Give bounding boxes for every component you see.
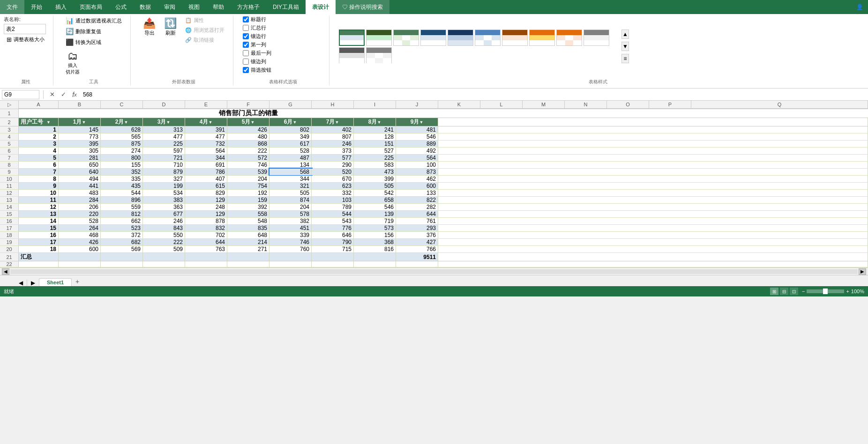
cell-I7[interactable]: 225: [354, 155, 396, 161]
col-i[interactable]: I: [354, 101, 396, 109]
cell-G14[interactable]: 204: [269, 204, 312, 210]
cell-J11[interactable]: 600: [396, 183, 438, 189]
cell-B4[interactable]: 773: [59, 133, 101, 140]
cell-C14[interactable]: 559: [101, 204, 143, 210]
table-style-12[interactable]: [366, 47, 392, 63]
row-header-21[interactable]: 21: [0, 253, 19, 261]
cell-reference[interactable]: [2, 90, 39, 99]
pivot-table-btn[interactable]: 📊 通过数据透视表汇总: [63, 16, 125, 25]
cell-E7[interactable]: 344: [185, 155, 227, 161]
zoom-slider[interactable]: [807, 289, 844, 293]
cell-J12[interactable]: 133: [396, 190, 438, 196]
cell-g2[interactable]: 6月 ▼: [269, 118, 312, 126]
cell-C4[interactable]: 565: [101, 133, 143, 140]
cell-C16[interactable]: 662: [101, 218, 143, 224]
cell-F13[interactable]: 159: [227, 197, 269, 203]
cell-b22[interactable]: [59, 261, 101, 267]
cell-f22[interactable]: [227, 261, 269, 267]
cell-B18[interactable]: 468: [59, 232, 101, 238]
cell-F4[interactable]: 480: [227, 133, 269, 140]
scroll-right[interactable]: ▶: [859, 268, 866, 275]
cell-C9[interactable]: 352: [101, 169, 143, 175]
cell-E11[interactable]: 615: [185, 183, 227, 189]
cell-I16[interactable]: 719: [354, 218, 396, 224]
cell-F3[interactable]: 426: [227, 126, 269, 133]
row-header-22[interactable]: 22: [0, 261, 19, 267]
cell-A17[interactable]: 15: [19, 225, 59, 231]
cell-E8[interactable]: 691: [185, 162, 227, 168]
cell-h21[interactable]: [312, 253, 354, 261]
function-btn[interactable]: fx: [70, 90, 79, 99]
styles-more[interactable]: ≡: [621, 54, 629, 63]
cell-I4[interactable]: 128: [354, 133, 396, 140]
row-header-2[interactable]: 2: [0, 118, 19, 126]
tab-help[interactable]: 帮助: [206, 0, 231, 14]
cell-E3[interactable]: 391: [185, 126, 227, 133]
select-all-btn[interactable]: ▷: [0, 101, 18, 109]
row-header-5[interactable]: 5: [0, 141, 19, 147]
cell-E13[interactable]: 129: [185, 197, 227, 203]
cell-B8[interactable]: 650: [59, 162, 101, 168]
col-k[interactable]: K: [438, 101, 480, 109]
cell-G9[interactable]: 568: [269, 169, 312, 175]
cell-G4[interactable]: 349: [269, 133, 312, 140]
cell-H4[interactable]: 807: [312, 133, 354, 140]
cell-I11[interactable]: 505: [354, 183, 396, 189]
page-break-btn[interactable]: ⊡: [790, 288, 798, 295]
cell-A20[interactable]: 18: [19, 246, 59, 252]
cell-H13[interactable]: 103: [312, 197, 354, 203]
cell-J4[interactable]: 546: [396, 133, 438, 140]
cell-b2[interactable]: 1月 ▼: [59, 118, 101, 126]
table-style-5[interactable]: [448, 30, 473, 46]
tab-review[interactable]: 审阅: [157, 0, 182, 14]
cell-D5[interactable]: 225: [143, 141, 185, 147]
cell-C3[interactable]: 628: [101, 126, 143, 133]
properties-btn[interactable]: 📋属性: [182, 16, 227, 25]
cell-J14[interactable]: 282: [396, 204, 438, 210]
cell-H5[interactable]: 246: [312, 141, 354, 147]
cell-H19[interactable]: 790: [312, 239, 354, 245]
cell-B5[interactable]: 395: [59, 141, 101, 147]
cell-H6[interactable]: 373: [312, 148, 354, 154]
cell-E12[interactable]: 829: [185, 190, 227, 196]
row-header-13[interactable]: 13: [0, 197, 19, 203]
cell-H17[interactable]: 776: [312, 225, 354, 231]
cell-a1[interactable]: [19, 109, 59, 118]
col-c[interactable]: C: [101, 101, 143, 109]
tab-start[interactable]: 开始: [24, 0, 49, 14]
cell-E15[interactable]: 129: [185, 211, 227, 217]
cell-H3[interactable]: 402: [312, 126, 354, 133]
cell-I20[interactable]: 816: [354, 246, 396, 252]
cell-e22[interactable]: [185, 261, 227, 267]
cell-A10[interactable]: 8: [19, 176, 59, 182]
cell-I17[interactable]: 573: [354, 225, 396, 231]
tab-file[interactable]: 文件: [0, 0, 24, 14]
cell-C8[interactable]: 155: [101, 162, 143, 168]
cell-G11[interactable]: 321: [269, 183, 312, 189]
tab-insert[interactable]: 插入: [49, 0, 73, 14]
cell-B3[interactable]: 145: [59, 126, 101, 133]
cell-F17[interactable]: 835: [227, 225, 269, 231]
cell-E6[interactable]: 564: [185, 148, 227, 154]
cell-G16[interactable]: 382: [269, 218, 312, 224]
table-style-7[interactable]: [502, 30, 528, 46]
cell-J10[interactable]: 462: [396, 176, 438, 182]
row-header-11[interactable]: 11: [0, 183, 19, 189]
col-q[interactable]: Q: [691, 101, 868, 109]
cell-I15[interactable]: 139: [354, 211, 396, 217]
cell-G6[interactable]: 528: [269, 148, 312, 154]
cell-F18[interactable]: 648: [227, 232, 269, 238]
cell-C5[interactable]: 875: [101, 141, 143, 147]
col-h[interactable]: H: [312, 101, 354, 109]
cell-I10[interactable]: 399: [354, 176, 396, 182]
cell-c21[interactable]: [101, 253, 143, 261]
cell-D17[interactable]: 843: [143, 225, 185, 231]
cell-A11[interactable]: 9: [19, 183, 59, 189]
horizontal-scrollbar[interactable]: [10, 269, 858, 274]
cell-I8[interactable]: 583: [354, 162, 396, 168]
cell-B11[interactable]: 441: [59, 183, 101, 189]
cell-H16[interactable]: 543: [312, 218, 354, 224]
cell-h2[interactable]: 7月 ▼: [312, 118, 354, 126]
cell-A8[interactable]: 6: [19, 162, 59, 168]
cell-I3[interactable]: 241: [354, 126, 396, 133]
